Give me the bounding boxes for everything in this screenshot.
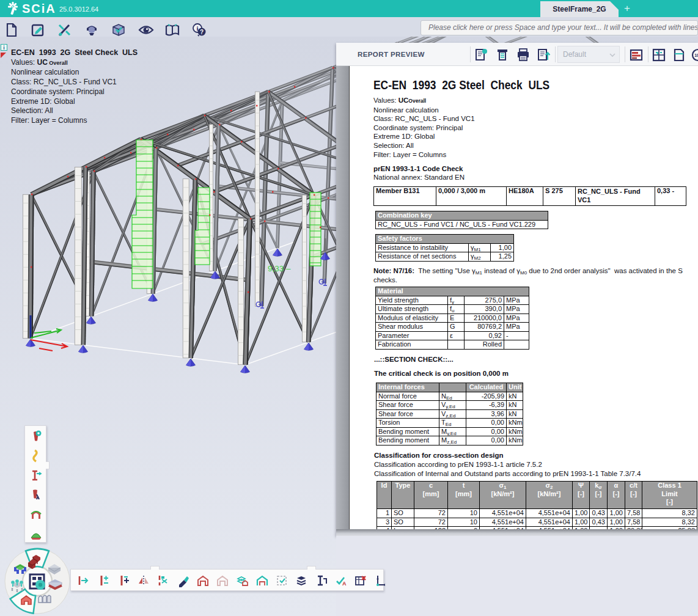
svg-text:9,33 –: 9,33 – — [268, 264, 291, 273]
svg-text:A: A — [342, 581, 347, 587]
svg-text:?: ? — [200, 29, 204, 35]
svg-text:100: 100 — [694, 53, 698, 57]
